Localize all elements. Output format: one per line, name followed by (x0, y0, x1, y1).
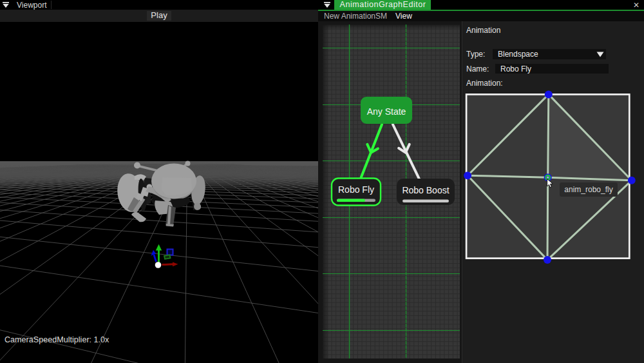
svg-text:Robo Fly: Robo Fly (338, 184, 374, 195)
svg-text:Any State: Any State (367, 106, 406, 117)
svg-text:CameraSpeedMultiplier: 1.0x: CameraSpeedMultiplier: 1.0x (5, 335, 109, 344)
svg-text:Robo Boost: Robo Boost (402, 185, 449, 195)
